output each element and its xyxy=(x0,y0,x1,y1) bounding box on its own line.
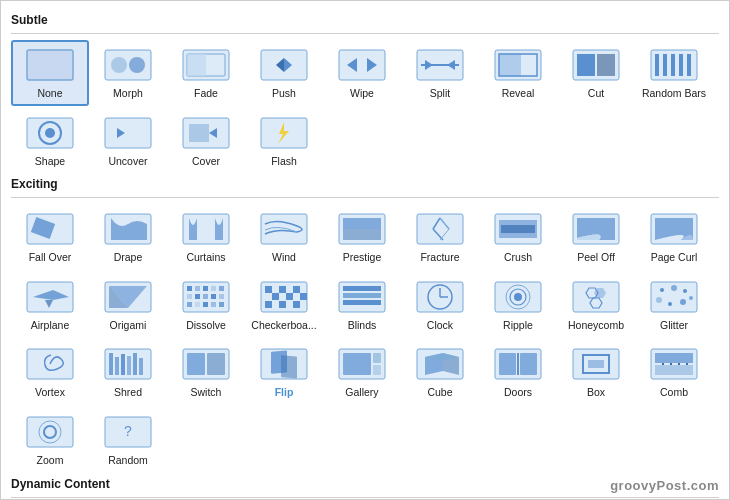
item-fracture[interactable]: Fracture xyxy=(401,204,479,270)
item-reveal[interactable]: Reveal xyxy=(479,40,557,106)
item-pagecurl[interactable]: Page Curl xyxy=(635,204,713,270)
item-peeloff[interactable]: Peel Off xyxy=(557,204,635,270)
label-doors: Doors xyxy=(504,386,532,399)
label-wind: Wind xyxy=(272,251,296,264)
svg-rect-141 xyxy=(588,360,604,368)
watermark: groovyPost.com xyxy=(610,478,719,493)
item-drape[interactable]: Drape xyxy=(89,204,167,270)
icon-fallover xyxy=(23,210,77,248)
item-doors[interactable]: Doors xyxy=(479,339,557,405)
svg-rect-143 xyxy=(655,353,693,363)
icon-vortex xyxy=(23,345,77,383)
svg-rect-0 xyxy=(27,50,73,80)
svg-rect-70 xyxy=(195,294,200,299)
label-wipe: Wipe xyxy=(350,87,374,100)
icon-reveal xyxy=(491,46,545,84)
item-split[interactable]: Split xyxy=(401,40,479,106)
item-ripple[interactable]: Ripple xyxy=(479,272,557,338)
item-dissolve[interactable]: Dissolve xyxy=(167,272,245,338)
svg-point-112 xyxy=(689,296,693,300)
svg-rect-120 xyxy=(139,358,143,375)
icon-fade xyxy=(179,46,233,84)
label-cover: Cover xyxy=(192,155,220,168)
label-origami: Origami xyxy=(110,319,147,332)
svg-rect-45 xyxy=(343,218,381,229)
item-clock[interactable]: Clock xyxy=(401,272,479,338)
item-uncover[interactable]: Uncover xyxy=(89,108,167,174)
label-clock: Clock xyxy=(427,319,453,332)
item-push[interactable]: Push xyxy=(245,40,323,106)
svg-rect-26 xyxy=(671,54,675,76)
item-crush[interactable]: Crush xyxy=(479,204,557,270)
item-cube[interactable]: Cube xyxy=(401,339,479,405)
svg-rect-83 xyxy=(272,293,279,300)
item-honeycomb[interactable]: Honeycomb xyxy=(557,272,635,338)
item-zoom[interactable]: Zoom xyxy=(11,407,89,473)
item-fade[interactable]: Fade xyxy=(167,40,245,106)
item-wipe[interactable]: Wipe xyxy=(323,40,401,106)
item-gallery[interactable]: Gallery xyxy=(323,339,401,405)
label-cube: Cube xyxy=(427,386,452,399)
item-randombars[interactable]: Random Bars xyxy=(635,40,713,106)
item-vortex[interactable]: Vortex xyxy=(11,339,89,405)
label-comb: Comb xyxy=(660,386,688,399)
svg-rect-54 xyxy=(501,225,535,233)
label-honeycomb: Honeycomb xyxy=(568,319,624,332)
svg-rect-65 xyxy=(195,286,200,291)
item-box[interactable]: Box xyxy=(557,339,635,405)
item-airplane[interactable]: Airplane xyxy=(11,272,89,338)
svg-rect-24 xyxy=(655,54,659,76)
label-switch: Switch xyxy=(191,386,222,399)
label-prestige: Prestige xyxy=(343,251,382,264)
svg-point-111 xyxy=(680,299,686,305)
item-switch[interactable]: Switch xyxy=(167,339,245,405)
svg-rect-74 xyxy=(187,302,192,307)
item-fallover[interactable]: Fall Over xyxy=(11,204,89,270)
svg-rect-22 xyxy=(597,54,615,76)
item-shred[interactable]: Shred xyxy=(89,339,167,405)
item-checkerboard[interactable]: Checkerboa... xyxy=(245,272,323,338)
item-curtains[interactable]: Curtains xyxy=(167,204,245,270)
svg-point-109 xyxy=(656,297,662,303)
item-prestige[interactable]: Prestige xyxy=(323,204,401,270)
label-crush: Crush xyxy=(504,251,532,264)
item-origami[interactable]: Origami xyxy=(89,272,167,338)
svg-rect-115 xyxy=(109,353,113,375)
label-fracture: Fracture xyxy=(420,251,459,264)
svg-rect-117 xyxy=(121,354,125,375)
svg-rect-46 xyxy=(343,229,381,240)
icon-shred xyxy=(101,345,155,383)
icon-uncover xyxy=(101,114,155,152)
svg-rect-87 xyxy=(279,301,286,308)
label-cut: Cut xyxy=(588,87,604,100)
item-morph[interactable]: Morph xyxy=(89,40,167,106)
svg-rect-137 xyxy=(520,353,537,375)
icon-morph xyxy=(101,46,155,84)
item-random[interactable]: ? Random xyxy=(89,407,167,473)
label-box: Box xyxy=(587,386,605,399)
label-gallery: Gallery xyxy=(345,386,378,399)
svg-point-108 xyxy=(683,289,687,293)
label-none: None xyxy=(37,87,62,100)
item-cover[interactable]: Cover xyxy=(167,108,245,174)
item-glitter[interactable]: Glitter xyxy=(635,272,713,338)
svg-rect-128 xyxy=(343,353,371,375)
label-randombars: Random Bars xyxy=(642,87,706,100)
svg-rect-75 xyxy=(195,302,200,307)
item-flash[interactable]: Flash xyxy=(245,108,323,174)
label-uncover: Uncover xyxy=(108,155,147,168)
item-flip[interactable]: Flip xyxy=(245,339,323,405)
icon-pagecurl xyxy=(647,210,701,248)
item-shape[interactable]: Shape xyxy=(11,108,89,174)
item-cut[interactable]: Cut xyxy=(557,40,635,106)
item-comb[interactable]: Comb xyxy=(635,339,713,405)
svg-rect-72 xyxy=(211,294,216,299)
item-none[interactable]: None xyxy=(11,40,89,106)
svg-rect-27 xyxy=(679,54,683,76)
item-wind[interactable]: Wind xyxy=(245,204,323,270)
label-reveal: Reveal xyxy=(502,87,535,100)
svg-rect-10 xyxy=(339,50,385,80)
icon-split xyxy=(413,46,467,84)
item-blinds[interactable]: Blinds xyxy=(323,272,401,338)
label-flip: Flip xyxy=(275,386,294,399)
